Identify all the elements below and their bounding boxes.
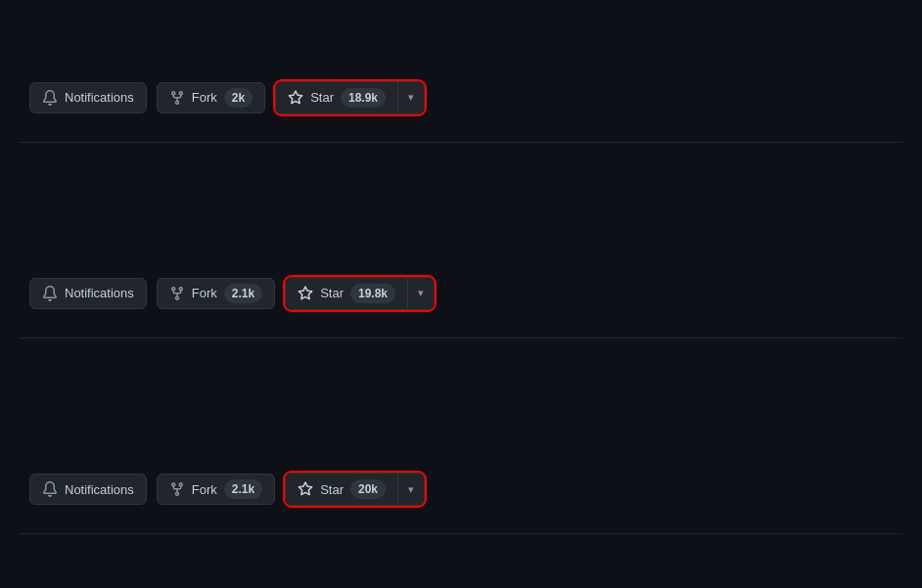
chevron-down-icon-2: ▾ bbox=[418, 287, 424, 299]
chevron-down-icon-3: ▾ bbox=[408, 483, 414, 496]
notifications-button-2[interactable]: Notifications bbox=[29, 278, 147, 309]
notifications-button-3[interactable]: Notifications bbox=[29, 474, 147, 505]
star-button-1[interactable]: Star 18.9k bbox=[276, 82, 398, 113]
star-dropdown-1[interactable]: ▾ bbox=[398, 82, 424, 113]
fork-count-1: 2k bbox=[224, 88, 253, 108]
star-label-3: Star bbox=[320, 482, 344, 497]
bell-icon-3 bbox=[42, 481, 58, 497]
fork-icon bbox=[169, 90, 185, 106]
fork-icon-3 bbox=[169, 481, 185, 497]
star-button-3[interactable]: Star 20k bbox=[286, 474, 398, 505]
fork-label-2: Fork bbox=[192, 286, 217, 300]
notifications-label-2: Notifications bbox=[65, 286, 134, 300]
fork-label-1: Fork bbox=[192, 90, 217, 105]
notifications-button-1[interactable]: Notifications bbox=[29, 82, 147, 113]
fork-count-3: 2.1k bbox=[224, 479, 262, 499]
fork-button-2[interactable]: Fork 2.1k bbox=[157, 278, 275, 309]
star-button-2[interactable]: Star 19.8k bbox=[286, 278, 408, 309]
notifications-label-1: Notifications bbox=[65, 90, 134, 105]
star-count-2: 19.8k bbox=[350, 284, 395, 303]
fork-button-3[interactable]: Fork 2.1k bbox=[157, 474, 275, 505]
row-1: Notifications Fork 2k Star 18.9k ▾ bbox=[20, 54, 902, 143]
star-group-3: Star 20k ▾ bbox=[285, 473, 425, 506]
star-label-2: Star bbox=[320, 286, 344, 300]
star-group-2: Star 19.8k ▾ bbox=[285, 277, 435, 310]
bell-icon bbox=[42, 90, 58, 106]
row-3: Notifications Fork 2.1k Star 20k ▾ bbox=[20, 445, 902, 534]
fork-count-2: 2.1k bbox=[224, 284, 262, 303]
star-count-1: 18.9k bbox=[341, 88, 386, 108]
row-2: Notifications Fork 2.1k Star 19.8k ▾ bbox=[20, 249, 902, 339]
fork-label-3: Fork bbox=[192, 482, 217, 497]
star-group-1: Star 18.9k ▾ bbox=[275, 81, 425, 114]
star-icon-2 bbox=[298, 286, 313, 301]
star-dropdown-3[interactable]: ▾ bbox=[398, 474, 424, 505]
fork-icon-2 bbox=[169, 286, 185, 301]
star-icon-3 bbox=[298, 481, 313, 497]
star-icon-1 bbox=[288, 90, 303, 106]
fork-button-1[interactable]: Fork 2k bbox=[157, 82, 265, 113]
chevron-down-icon: ▾ bbox=[408, 91, 414, 104]
star-label-1: Star bbox=[310, 90, 334, 105]
star-count-3: 20k bbox=[350, 479, 386, 499]
notifications-label-3: Notifications bbox=[65, 482, 134, 497]
star-dropdown-2[interactable]: ▾ bbox=[408, 278, 434, 309]
bell-icon-2 bbox=[42, 286, 58, 301]
